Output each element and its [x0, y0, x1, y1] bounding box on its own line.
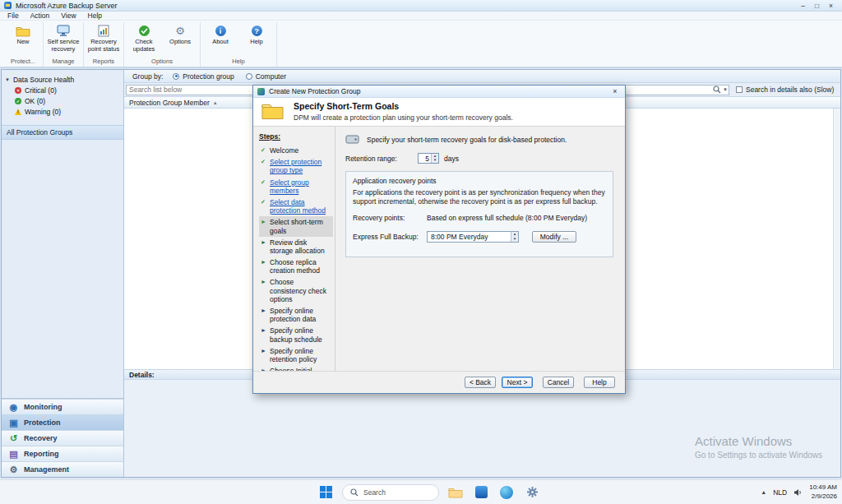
- step-bullet-icon: [261, 218, 267, 225]
- group-by-radio[interactable]: Protection group: [173, 72, 234, 81]
- app-square-icon: [475, 486, 488, 498]
- listbox-down-icon[interactable]: ▼: [511, 237, 518, 242]
- vertical-scrollbar[interactable]: [833, 109, 840, 369]
- workspace-nav-item[interactable]: ▣ Protection: [2, 414, 123, 430]
- spin-down-icon[interactable]: ▼: [432, 159, 438, 164]
- sort-asc-icon: ▲: [213, 100, 218, 105]
- workspace-nav-item[interactable]: ▤ Reporting: [2, 446, 123, 461]
- check-updates-button[interactable]: Check updates: [126, 22, 162, 53]
- express-schedule-listbox[interactable]: 8:00 PM Everyday ▲ ▼: [427, 231, 519, 243]
- wizard-step[interactable]: Specify online backup schedule: [259, 325, 333, 344]
- radio-label: Protection group: [183, 72, 234, 81]
- ribbon-group-label: Reports: [86, 57, 122, 67]
- group-by-radio[interactable]: Computer: [246, 72, 286, 81]
- wizard-step[interactable]: Specify online protection data: [259, 305, 333, 325]
- health-status-item[interactable]: ✓ OK (0): [2, 96, 123, 107]
- workspace-nav-icon: ↺: [8, 434, 19, 443]
- window-titlebar: Microsoft Azure Backup Server – □ ×: [0, 0, 842, 12]
- step-label: Select protection group type: [270, 158, 331, 174]
- dialog-close-icon[interactable]: ×: [609, 87, 621, 95]
- workspace-nav-item[interactable]: ⚙ Management: [2, 461, 123, 477]
- wizard-step[interactable]: Choose consistency check options: [259, 276, 333, 305]
- recovery-point-status-button[interactable]: Recovery point status: [86, 22, 122, 53]
- search-icon: [350, 488, 359, 497]
- step-bullet-icon: [261, 258, 267, 266]
- wizard-step[interactable]: Select short-term goals: [259, 216, 333, 236]
- ribbon-group-options: Check updates ⚙ Options Options: [124, 22, 201, 67]
- step-bullet-icon: [261, 278, 267, 285]
- menubar: File Action View Help: [0, 12, 842, 21]
- cancel-button[interactable]: Cancel: [543, 377, 574, 388]
- ribbon-group-label: Options: [126, 57, 198, 67]
- wizard-page-content: Specify your short-term recovery goals f…: [335, 127, 625, 371]
- taskbar-search[interactable]: Search: [342, 484, 439, 501]
- health-status-item[interactable]: ! Warning (0): [2, 107, 123, 118]
- search-icon[interactable]: [713, 86, 721, 94]
- workspace-nav-item[interactable]: ◉ Monitoring: [2, 399, 123, 414]
- next-button[interactable]: Next >: [502, 377, 533, 388]
- wizard-step[interactable]: Review disk storage allocation: [259, 237, 333, 257]
- wizard-step[interactable]: Select data protection method: [259, 197, 333, 216]
- button-label: Self service recovery: [45, 39, 81, 53]
- health-status-item[interactable]: × Critical (0): [2, 86, 123, 96]
- wizard-step[interactable]: Select group members: [259, 177, 333, 197]
- wizard-steps-panel: Steps: Welcome Select protection group t…: [253, 127, 335, 371]
- workspace-nav-item[interactable]: ↺ Recovery: [2, 430, 123, 446]
- language-indicator[interactable]: NLD: [773, 488, 787, 497]
- clock[interactable]: 10:49 AM 2/9/2026: [809, 483, 837, 501]
- group-by-options: Protection group Computer: [173, 72, 286, 81]
- start-button[interactable]: [317, 483, 335, 502]
- step-label: Select short-term goals: [270, 218, 331, 234]
- edge-browser-button[interactable]: [497, 483, 516, 502]
- help-dialog-button[interactable]: Help: [584, 377, 615, 388]
- folder-icon: [448, 487, 463, 498]
- health-status-icon: ✓: [15, 98, 21, 104]
- back-button[interactable]: < Back: [465, 377, 496, 388]
- volume-icon[interactable]: [793, 488, 803, 497]
- group-title: Application recovery points: [353, 177, 606, 185]
- tray-chevron-icon[interactable]: ▲: [761, 489, 766, 495]
- search-details-option[interactable]: Search in details also (Slow): [736, 86, 834, 94]
- wizard-step[interactable]: Welcome: [259, 145, 333, 156]
- question-icon: ?: [252, 24, 262, 38]
- tree-node-label: Data Source Health: [13, 76, 74, 84]
- wizard-step[interactable]: Choose replica creation method: [259, 257, 333, 276]
- self-service-recovery-button[interactable]: Self service recovery: [45, 22, 81, 53]
- settings-button[interactable]: [523, 483, 541, 502]
- menu-item[interactable]: Help: [82, 12, 108, 20]
- maximize-button[interactable]: □: [810, 2, 824, 10]
- file-explorer-button[interactable]: [446, 483, 465, 502]
- options-button[interactable]: ⚙ Options: [162, 22, 198, 46]
- all-protection-groups-item[interactable]: All Protection Groups: [2, 125, 123, 140]
- button-label: New: [16, 39, 29, 46]
- listbox-arrows: ▲ ▼: [511, 232, 518, 242]
- window-title: Microsoft Azure Backup Server: [16, 2, 118, 10]
- search-field-icons: ▼: [713, 86, 728, 95]
- step-bullet-icon: [261, 146, 267, 154]
- menu-item[interactable]: Action: [25, 12, 56, 20]
- backup-app-button[interactable]: [472, 483, 490, 502]
- retention-spinner[interactable]: 5 ▲ ▼: [418, 153, 439, 164]
- tray-time: 10:49 AM: [809, 483, 837, 492]
- step-bullet-icon: [261, 347, 267, 354]
- step-label: Select group members: [270, 178, 331, 195]
- desktop-screen: Microsoft Azure Backup Server – □ × File…: [0, 0, 842, 504]
- radio-icon: [246, 73, 252, 80]
- express-schedule-value: 8:00 PM Everyday: [431, 233, 488, 241]
- tree-node-data-source-health[interactable]: ▼ Data Source Health: [2, 74, 123, 86]
- search-dropdown-icon[interactable]: ▼: [723, 87, 728, 92]
- new-protection-group-button[interactable]: New: [5, 22, 41, 46]
- close-button[interactable]: ×: [824, 2, 838, 10]
- wizard-step[interactable]: Select protection group type: [259, 156, 333, 176]
- menu-item[interactable]: File: [2, 12, 25, 20]
- modify-button[interactable]: Modify ...: [532, 231, 576, 243]
- wizard-step[interactable]: Choose Initial Online Replication: [259, 365, 333, 371]
- taskbar-search-label: Search: [363, 488, 386, 497]
- about-button[interactable]: i About: [202, 22, 238, 46]
- wizard-step[interactable]: Specify online retention policy: [259, 345, 333, 365]
- help-button[interactable]: ? Help: [238, 22, 275, 46]
- chevron-down-icon: ▼: [5, 77, 10, 82]
- menu-item[interactable]: View: [55, 12, 81, 20]
- minimize-button[interactable]: –: [796, 2, 810, 10]
- health-status-icon: ×: [15, 87, 21, 94]
